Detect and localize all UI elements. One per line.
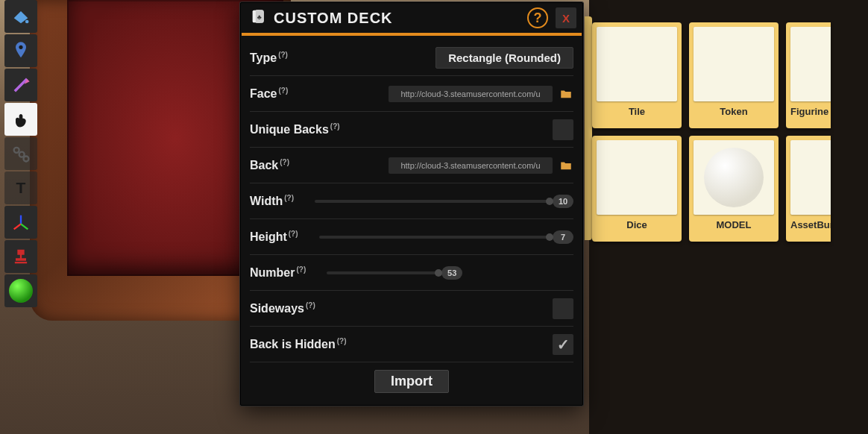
help-marker[interactable]: (?): [289, 230, 298, 238]
library-card-label: Dice: [626, 219, 647, 230]
custom-deck-dialog: ♣ CUSTOM DECK ? X Type(?) Rectangle (Rou…: [240, 2, 583, 406]
library-card-label: AssetBundle: [790, 219, 831, 230]
help-marker[interactable]: (?): [296, 265, 306, 274]
library-card-label: Figurine: [790, 106, 828, 117]
help-marker[interactable]: (?): [280, 158, 289, 166]
height-value: 7: [553, 230, 573, 244]
back-hidden-checkbox[interactable]: [553, 334, 573, 355]
library-card-partial[interactable]: [585, 16, 592, 240]
help-marker[interactable]: (?): [337, 337, 347, 345]
line-tool-icon[interactable]: [4, 69, 37, 101]
library-card-model[interactable]: MODEL: [689, 136, 779, 242]
dialog-titlebar[interactable]: ♣ CUSTOM DECK ? X: [241, 3, 582, 33]
svg-rect-10: [15, 262, 27, 263]
location-pin-icon[interactable]: [4, 34, 37, 67]
svg-point-3: [14, 148, 19, 153]
row-type: Type(?) Rectangle (Rounded): [250, 40, 573, 76]
number-value: 53: [441, 266, 462, 280]
svg-line-8: [14, 224, 21, 229]
text-tool-icon[interactable]: T: [4, 172, 37, 204]
hand-grab-icon[interactable]: [4, 103, 37, 136]
help-marker[interactable]: (?): [306, 301, 315, 309]
row-number: Number(?) 53: [250, 255, 573, 291]
width-slider[interactable]: [315, 200, 550, 203]
svg-point-5: [24, 157, 29, 162]
svg-line-9: [21, 224, 28, 229]
row-face: Face(?): [250, 76, 573, 112]
svg-line-2: [15, 79, 27, 91]
type-dropdown[interactable]: Rectangle (Rounded): [435, 47, 573, 69]
back-browse-button[interactable]: [559, 158, 573, 173]
help-marker[interactable]: (?): [284, 194, 294, 202]
svg-point-4: [19, 152, 25, 157]
svg-point-1: [19, 45, 22, 49]
number-slider[interactable]: [327, 271, 438, 274]
row-unique-backs: Unique Backs(?): [250, 112, 573, 148]
dialog-help-button[interactable]: ?: [527, 7, 548, 28]
label-back-hidden: Back is Hidden(?): [250, 337, 346, 351]
svg-text:T: T: [16, 179, 26, 196]
face-browse-button[interactable]: [559, 87, 573, 101]
face-url-input[interactable]: [389, 86, 553, 102]
label-number: Number(?): [250, 265, 306, 280]
row-back: Back(?): [250, 148, 573, 183]
library-card-label: MODEL: [717, 219, 752, 230]
label-sideways: Sideways(?): [250, 301, 315, 315]
dialog-close-button[interactable]: X: [556, 7, 576, 28]
library-card-assetbundle[interactable]: AssetBundle: [786, 136, 831, 242]
stamp-icon[interactable]: [4, 240, 37, 273]
label-back: Back(?): [250, 158, 289, 172]
svg-text:♣: ♣: [257, 13, 262, 21]
height-slider[interactable]: [319, 236, 550, 239]
unique-backs-checkbox[interactable]: [553, 119, 573, 140]
row-width: Width(?) 10: [250, 183, 573, 219]
help-marker[interactable]: (?): [278, 51, 288, 59]
label-type: Type(?): [250, 51, 288, 65]
library-card-token[interactable]: Token: [689, 22, 779, 128]
label-width: Width(?): [250, 194, 294, 208]
sideways-checkbox[interactable]: [553, 298, 573, 319]
label-height: Height(?): [250, 230, 298, 244]
row-height: Height(?) 7: [250, 219, 573, 255]
row-back-hidden: Back is Hidden(?): [250, 327, 573, 362]
width-value: 10: [553, 195, 573, 208]
object-library-grid: Tile Token Figurine Dice MODEL AssetBund…: [592, 22, 868, 242]
chain-joint-icon[interactable]: [4, 137, 37, 170]
deck-icon: ♣: [250, 8, 266, 28]
svg-point-0: [25, 20, 29, 24]
import-button[interactable]: Import: [374, 370, 449, 393]
back-url-input[interactable]: [389, 157, 553, 174]
gizmo-axes-icon[interactable]: [4, 206, 37, 239]
library-card-label: Tile: [629, 106, 645, 117]
label-unique-backs: Unique Backs(?): [250, 122, 340, 136]
help-marker[interactable]: (?): [330, 122, 340, 130]
library-card-label: Token: [720, 106, 747, 117]
library-card-dice[interactable]: Dice: [592, 136, 682, 242]
row-sideways: Sideways(?): [250, 291, 573, 327]
label-face: Face(?): [250, 87, 288, 101]
left-toolbar: T: [4, 0, 37, 307]
color-ball[interactable]: [4, 274, 37, 307]
paint-bucket-icon[interactable]: [4, 0, 37, 33]
library-card-figurine[interactable]: Figurine: [786, 22, 831, 128]
dialog-title: CUSTOM DECK: [274, 10, 520, 27]
help-marker[interactable]: (?): [278, 87, 288, 95]
library-card-tile[interactable]: Tile: [592, 22, 682, 128]
